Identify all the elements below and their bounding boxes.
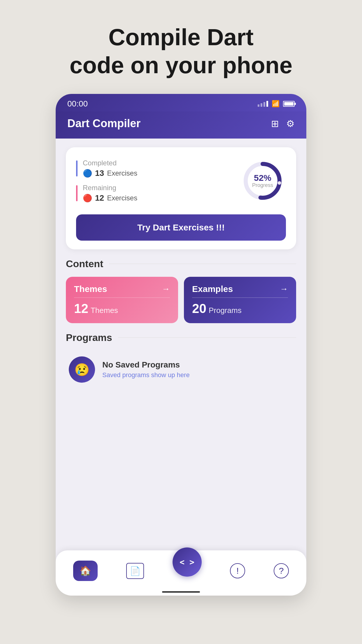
main-content: Completed 🔵 13 Exercises Remaining [56,139,306,397]
examples-arrow-icon: → [280,284,288,294]
nav-code[interactable]: 📄 [126,563,144,579]
remaining-count: 12 [95,193,104,203]
themes-number: 12 [74,301,88,316]
battery-icon [283,101,295,107]
settings-icon[interactable]: ⚙ [286,118,295,129]
examples-card-title: Examples [192,284,233,294]
themes-divider [74,298,170,298]
remaining-value: 🔴 12 Exercises [83,193,137,203]
examples-divider [192,298,288,298]
nav-center-compile[interactable]: < > [173,547,202,577]
donut-percent: 52% [252,174,273,182]
content-section-title: Content [66,258,103,270]
info-icon: ! [230,563,245,578]
programs-section-header: Programs [66,332,296,343]
wifi-icon: 📶 [272,100,280,108]
nav-info[interactable]: ! [230,563,245,578]
themes-unit: Themes [91,306,118,315]
remaining-stat: Remaining 🔴 12 Exercises [76,184,137,203]
app-title: Dart Compiler [67,117,140,130]
app-header: Dart Compiler ⊞ ⚙ [56,111,306,139]
compile-icon: < > [180,557,194,567]
no-saved-programs-title: No Saved Programs [102,360,190,370]
bottom-nav: 🏠 📄 < > ! ? [56,550,306,596]
completed-stat: Completed 🔵 13 Exercises [76,159,137,178]
page-title-area: Compile Dart code on your phone [70,23,292,79]
remaining-icon: 🔴 [83,194,92,203]
completed-label: Completed [83,159,137,167]
programs-section-title: Programs [66,332,112,343]
themes-card[interactable]: Themes → 12 Themes [66,277,178,323]
examples-number: 20 [192,301,206,316]
signal-icon [258,101,268,107]
examples-card-header: Examples → [192,284,288,294]
themes-card-header: Themes → [74,284,170,294]
programs-section-line [118,337,296,338]
themes-card-title: Themes [74,284,107,294]
nav-help[interactable]: ? [274,563,289,578]
status-bar: 00:00 📶 [56,94,306,111]
empty-programs: 😢 No Saved Programs Saved programs show … [66,351,296,388]
status-icons: 📶 [258,100,295,108]
remaining-unit: Exercises [107,194,137,202]
sad-avatar: 😢 [69,356,95,383]
progress-stats: Completed 🔵 13 Exercises Remaining [76,159,137,203]
completed-border [76,160,78,176]
completed-info: Completed 🔵 13 Exercises [83,159,137,178]
help-icon: ? [274,563,289,578]
grid-icon[interactable]: ⊞ [271,118,279,129]
empty-programs-text: No Saved Programs Saved programs show up… [102,360,190,379]
progress-card: Completed 🔵 13 Exercises Remaining [66,147,296,249]
remaining-info: Remaining 🔴 12 Exercises [83,184,137,203]
page-title-line1: Compile Dart code on your phone [70,23,292,79]
home-indicator [162,591,200,593]
status-time: 00:00 [67,99,88,108]
nav-home[interactable]: 🏠 [73,561,98,581]
donut-chart: 52% Progress [239,158,286,204]
code-file-icon: 📄 [126,563,144,579]
themes-count: 12 Themes [74,301,170,316]
completed-value: 🔵 13 Exercises [83,169,137,178]
progress-top: Completed 🔵 13 Exercises Remaining [76,158,286,204]
content-section-line [109,264,296,264]
remaining-border [76,185,78,201]
remaining-label: Remaining [83,184,137,192]
phone-mockup: 00:00 📶 Dart Compiler ⊞ ⚙ [56,94,306,596]
programs-section: Programs 😢 No Saved Programs Saved progr… [66,332,296,388]
header-icons: ⊞ ⚙ [271,118,295,129]
content-section-header: Content [66,258,296,270]
examples-count: 20 Programs [192,301,288,316]
examples-unit: Programs [209,306,242,315]
examples-card[interactable]: Examples → 20 Programs [184,277,296,323]
completed-unit: Exercises [107,169,137,177]
try-exercises-button[interactable]: Try Dart Exercises !!! [76,214,286,241]
no-saved-programs-subtitle: Saved programs show up here [102,371,190,379]
home-icon: 🏠 [80,565,91,576]
completed-count: 13 [95,169,104,178]
donut-label: Progress [252,182,273,188]
content-grid: Themes → 12 Themes Examples → 20 Pro [66,277,296,323]
completed-icon: 🔵 [83,169,92,178]
themes-arrow-icon: → [162,284,170,294]
donut-center: 52% Progress [252,174,273,188]
